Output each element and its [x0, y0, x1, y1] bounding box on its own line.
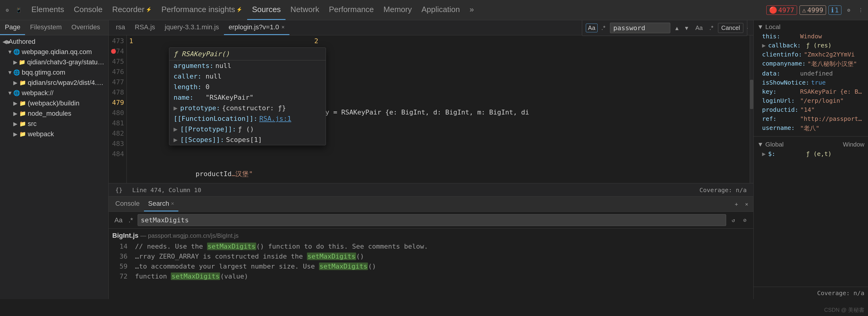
search-clear-btn[interactable]: ⊘ [740, 216, 750, 225]
scope-username[interactable]: username: "老八" [754, 123, 868, 133]
tree-bqq[interactable]: ▼ 🌐 bqq.gtimg.com [0, 67, 108, 78]
tab-performance[interactable]: Performance [324, 0, 379, 20]
tab-performance-insights[interactable]: Performance insights⚡ [157, 0, 247, 20]
search-refresh-btn[interactable]: ↺ [728, 216, 738, 225]
ln-481: 481 [110, 118, 124, 128]
find-opt-regex[interactable]: .* [599, 24, 608, 32]
tab-sources[interactable]: Sources [247, 0, 285, 20]
tree-webpage[interactable]: ▼ 🌐 webpage.qidian.qq.com [0, 47, 108, 57]
tab-console[interactable]: Console [69, 0, 107, 20]
warn-badge[interactable]: ⚠ 4999 [800, 5, 826, 15]
result-linenum-14: 14 [120, 242, 129, 250]
ac-row-2[interactable]: length: 0 [169, 82, 326, 92]
scope-this[interactable]: this: Window [754, 32, 868, 41]
result-line-36[interactable]: 36 …rray ZERO_ARRAY is constructed insid… [108, 251, 753, 261]
tree-authored[interactable]: ◀▶ Authored [0, 36, 108, 47]
device-toggle[interactable]: 📱 [14, 5, 24, 15]
bottom-add-btn[interactable]: + [732, 200, 741, 208]
ac-row-5[interactable]: [[FunctionLocation]]: RSA.js:1 [169, 113, 326, 124]
scope-global-title[interactable]: ▼ Global Window [754, 140, 868, 149]
tree-webpack2[interactable]: ▶ 📁 webpack [0, 129, 108, 139]
info-badge[interactable]: ℹ 1 [829, 5, 841, 15]
panel-tab-overrides[interactable]: Overrides [67, 20, 105, 35]
scope-key-clientinfo: clientinfo: [762, 51, 802, 58]
scope-loginurl[interactable]: loginUrl: "/erp/login" [754, 96, 868, 105]
tree-buildin[interactable]: ▶ 📁 (webpack)/buildin [0, 98, 108, 109]
ac-row-6[interactable]: ▶ [[Prototype]]: ƒ () [169, 124, 326, 135]
scope-key-obj[interactable]: key: RSAKeyPair {e: BigInt, [754, 87, 868, 96]
find-opt-aa[interactable]: Aa [693, 24, 705, 32]
ac-header: ƒ RSAKeyPair() [169, 48, 326, 60]
file-tab-jquery[interactable]: jquery-3.3.1.min.js [160, 20, 224, 35]
wpav2-folder-icon: 📁 [19, 80, 26, 86]
scope-productid[interactable]: productid: "14" [754, 105, 868, 114]
panel-tab-page[interactable]: Page [0, 20, 25, 35]
find-opt-case[interactable]: Aa [586, 24, 597, 32]
error-badge[interactable]: 🔴 4977 [766, 5, 797, 15]
scope-isshownotice[interactable]: isShowNotice: true [754, 78, 868, 87]
bottom-tab-search[interactable]: Search × [144, 197, 178, 211]
scope-companyname[interactable]: companyname: "老八秘制小汉堡" [754, 59, 868, 69]
tree-webpack[interactable]: ▼ 🌐 webpack:// [0, 88, 108, 98]
result-line-59[interactable]: 59 …to accommodate your largest number s… [108, 261, 753, 271]
code-scrollbar[interactable] [750, 35, 753, 183]
scope-global: ▼ Global Window ▶ $: ƒ (e,t) [754, 138, 868, 160]
tree-wpav2[interactable]: ▶ 📁 qidian/src/wpav2/dist/4.2.0 [0, 78, 108, 88]
scope-clientinfo[interactable]: clientinfo: "Zmxhc2g2YYmVi [754, 50, 868, 59]
scope-data[interactable]: data: undefined [754, 69, 868, 78]
ac-label-0: arguments: [174, 62, 213, 69]
scope-val-dollar: ƒ (e,t) [806, 150, 864, 157]
tab-recorder[interactable]: Recorder⚡ [107, 0, 157, 20]
scope-ref[interactable]: ref: "http://passport.wso [754, 114, 868, 123]
status-braces-btn[interactable]: {} [114, 186, 124, 194]
bottom-tab-console[interactable]: Console [111, 197, 144, 211]
file-tab-rsajs[interactable]: RSA.js [130, 20, 160, 35]
bqq-icon: 🌐 [13, 69, 20, 76]
file-tab-close-erplogin[interactable]: × [282, 24, 285, 30]
panel-tab-more[interactable]: » [105, 20, 108, 35]
file-tree: ◀▶ Authored ▼ 🌐 webpage.qidian.qq.com ▶ … [0, 35, 108, 299]
devtools-icon[interactable]: ⚙ [2, 5, 12, 15]
tab-elements[interactable]: Elements [27, 0, 69, 20]
ac-row-0[interactable]: arguments: null [169, 60, 326, 71]
find-next-btn[interactable]: ▼ [682, 24, 691, 32]
search-input[interactable] [137, 214, 726, 226]
tree-chatv3[interactable]: ▶ 📁 qidian/chatv3-gray/statusManage [0, 57, 108, 67]
result-line-14[interactable]: 14 // needs. Use the setMaxDigits() func… [108, 241, 753, 251]
status-coverage-btn[interactable]: Coverage: n/a [698, 186, 748, 194]
ac-row-3[interactable]: name: "RSAKeyPair" [169, 92, 326, 103]
code-line-477: productId…汉堡" [132, 159, 748, 183]
scope-local-title[interactable]: ▼ Local [754, 22, 868, 32]
find-opt-dot[interactable]: .* [707, 24, 715, 32]
scope-key-loginurl: loginUrl: [762, 97, 798, 104]
panel-tab-filesystem[interactable]: Filesystem [25, 20, 66, 35]
find-input[interactable] [610, 23, 670, 33]
buildin-label: (webpack)/buildin [28, 99, 80, 107]
file-tab-erplogin[interactable]: erplogin.js?v=1.0 × [224, 20, 289, 35]
scope-callback[interactable]: ▶ callback: ƒ (res) [754, 41, 868, 50]
tab-application[interactable]: Application [416, 0, 464, 20]
bottom-close-btn[interactable]: × [742, 200, 751, 208]
bottom-tab-search-close[interactable]: × [171, 201, 174, 207]
tab-more[interactable]: » [465, 0, 479, 20]
result-line-72[interactable]: 72 function setMaxDigits(value) [108, 271, 753, 281]
tree-node-modules[interactable]: ▶ 📁 node_modules [0, 109, 108, 119]
ac-expand-7: ▶ [174, 136, 178, 144]
ac-row-7[interactable]: ▶ [[Scopes]]: Scopes[1] [169, 135, 326, 145]
ac-row-1[interactable]: caller: null [169, 71, 326, 82]
find-prev-btn[interactable]: ▲ [673, 24, 681, 32]
tab-memory[interactable]: Memory [379, 0, 417, 20]
status-position-btn[interactable]: Line 474, Column 10 [130, 186, 203, 194]
file-tab-rsa[interactable]: rsa [111, 20, 130, 35]
search-opt-regex[interactable]: .* [126, 216, 135, 225]
search-opt-case[interactable]: Aa [112, 216, 125, 225]
settings-button[interactable]: ⚙ [844, 5, 854, 15]
ac-row-4[interactable]: ▶ prototype: {constructor: ƒ} [169, 103, 326, 113]
ac-value-5[interactable]: RSA.js:1 [259, 115, 291, 122]
scope-dollar[interactable]: ▶ $: ƒ (e,t) [754, 149, 868, 158]
tab-network[interactable]: Network [285, 0, 324, 20]
webpack-label: webpack:// [22, 89, 54, 97]
tree-src[interactable]: ▶ 📁 src [0, 119, 108, 129]
more-button[interactable]: ⋮ [856, 5, 866, 15]
find-cancel-btn[interactable]: Cancel [718, 23, 743, 33]
